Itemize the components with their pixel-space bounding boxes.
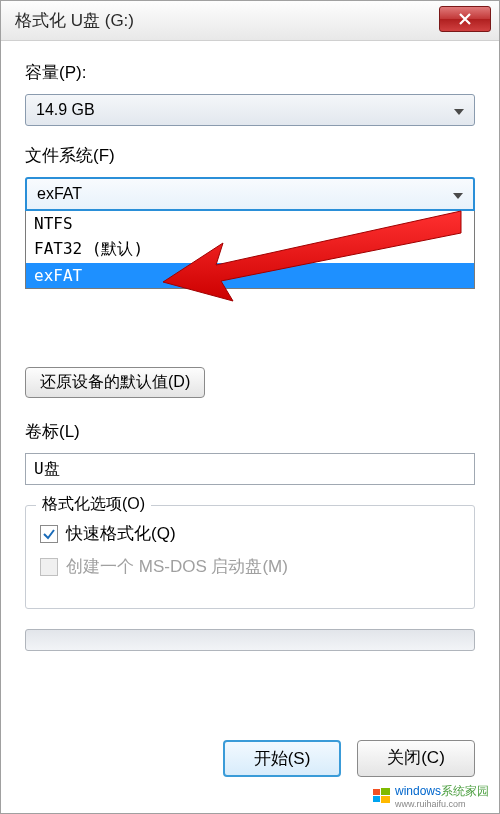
chevron-down-icon xyxy=(454,101,464,119)
capacity-value: 14.9 GB xyxy=(36,101,95,119)
windows-logo-icon xyxy=(373,787,391,805)
quick-format-label: 快速格式化(Q) xyxy=(66,522,176,545)
spacer xyxy=(25,307,475,367)
watermark-url: www.ruihaifu.com xyxy=(395,800,489,809)
close-icon xyxy=(458,12,472,26)
format-options-legend: 格式化选项(O) xyxy=(36,494,151,515)
format-dialog: 格式化 U盘 (G:) 容量(P): 14.9 GB 文件系统(F) exFAT… xyxy=(0,0,500,814)
chevron-down-icon xyxy=(453,185,463,203)
watermark-brand-cn: 系统家园 xyxy=(441,784,489,798)
msdos-boot-label: 创建一个 MS-DOS 启动盘(M) xyxy=(66,555,288,578)
filesystem-label: 文件系统(F) xyxy=(25,144,475,167)
dialog-buttons: 开始(S) 关闭(C) xyxy=(223,740,475,777)
watermark-brand-en: windows xyxy=(395,784,441,798)
capacity-dropdown[interactable]: 14.9 GB xyxy=(25,94,475,126)
format-progress-bar xyxy=(25,629,475,651)
svg-rect-3 xyxy=(381,796,390,803)
titlebar: 格式化 U盘 (G:) xyxy=(1,1,499,41)
window-close-button[interactable] xyxy=(439,6,491,32)
svg-rect-2 xyxy=(373,796,380,802)
quick-format-checkbox[interactable] xyxy=(40,525,58,543)
volume-label-label: 卷标(L) xyxy=(25,420,475,443)
filesystem-options-list: NTFS FAT32 (默认) exFAT xyxy=(25,211,475,289)
filesystem-option-exfat[interactable]: exFAT xyxy=(26,263,474,288)
filesystem-option-fat32[interactable]: FAT32 (默认) xyxy=(26,236,474,263)
filesystem-selected: exFAT xyxy=(37,185,82,203)
capacity-label: 容量(P): xyxy=(25,61,475,84)
quick-format-row[interactable]: 快速格式化(Q) xyxy=(40,522,460,545)
dialog-content: 容量(P): 14.9 GB 文件系统(F) exFAT NTFS FAT32 … xyxy=(1,41,499,671)
msdos-boot-checkbox xyxy=(40,558,58,576)
filesystem-option-ntfs[interactable]: NTFS xyxy=(26,211,474,236)
svg-rect-1 xyxy=(381,788,390,795)
close-button[interactable]: 关闭(C) xyxy=(357,740,475,777)
watermark-text: windows系统家园 www.ruihaifu.com xyxy=(395,783,489,809)
checkmark-icon xyxy=(42,527,56,541)
start-button[interactable]: 开始(S) xyxy=(223,740,341,777)
volume-label-input[interactable] xyxy=(25,453,475,485)
msdos-boot-row: 创建一个 MS-DOS 启动盘(M) xyxy=(40,555,460,578)
format-options-group: 格式化选项(O) 快速格式化(Q) 创建一个 MS-DOS 启动盘(M) xyxy=(25,505,475,609)
window-title: 格式化 U盘 (G:) xyxy=(15,9,439,32)
watermark: windows系统家园 www.ruihaifu.com xyxy=(373,783,489,809)
svg-rect-0 xyxy=(373,789,380,795)
restore-defaults-button[interactable]: 还原设备的默认值(D) xyxy=(25,367,205,398)
filesystem-dropdown[interactable]: exFAT xyxy=(25,177,475,211)
